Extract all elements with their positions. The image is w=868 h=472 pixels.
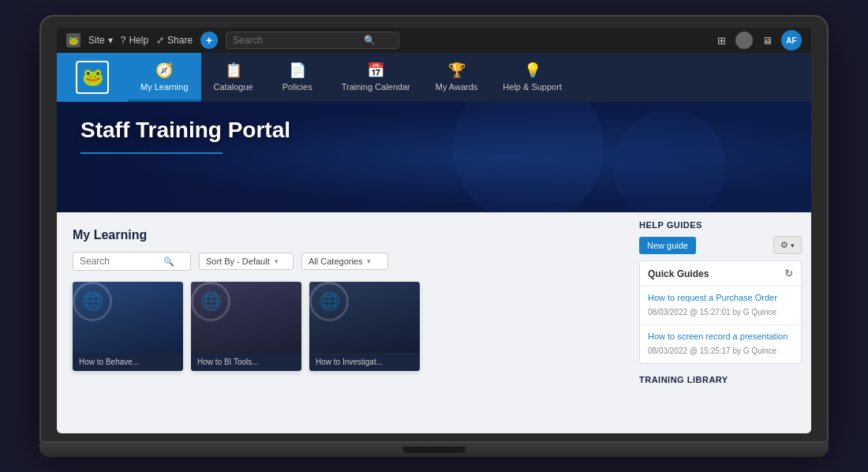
hero-title: Staff Training Portal: [80, 118, 788, 143]
category-label: All Categories: [309, 257, 362, 266]
new-guide-button[interactable]: New guide: [639, 237, 696, 254]
laptop-frame: 🐸 Site ▾ ? Help ⤢ Share +: [39, 15, 829, 457]
help-guides-actions: New guide ⚙ ▾: [639, 236, 802, 254]
card-label-1: How to Behave...: [73, 353, 183, 371]
nav-item-help-support[interactable]: 💡 Help & Support: [490, 53, 574, 102]
nav-item-my-awards[interactable]: 🏆 My Awards: [423, 53, 491, 102]
hero-section: Staff Training Portal: [57, 102, 811, 212]
help-icon: ?: [121, 35, 126, 46]
user-avatar[interactable]: [735, 32, 753, 49]
app-logo-icon[interactable]: 🐸: [66, 33, 80, 47]
card-thumb-1: 🌐: [73, 282, 183, 353]
global-search-input[interactable]: [233, 35, 359, 46]
guide-item-2: How to screen record a presentation 08/0…: [640, 325, 801, 363]
gear-settings-button[interactable]: ⚙ ▾: [773, 236, 802, 254]
help-label: Help: [129, 35, 148, 46]
guide-meta-2: 08/03/2022 @ 15:25:17 by G Quince: [648, 347, 776, 355]
help-guides-panel: HELP GUIDES New guide ⚙ ▾ Quick Guides ↻: [630, 212, 811, 433]
catalogue-icon: 📋: [225, 62, 242, 79]
help-link[interactable]: ? Help: [121, 35, 148, 46]
site-menu[interactable]: Site ▾: [88, 35, 113, 46]
monitor-icon[interactable]: 🖥: [759, 32, 775, 48]
course-card-2[interactable]: 🌐 How to BI Tools...: [191, 282, 301, 371]
nav-bar: 🐸 🧭 My Learning 📋 Catalogue 📄 Policies: [57, 53, 811, 102]
category-select[interactable]: All Categories ▾: [301, 253, 388, 270]
nav-item-catalogue[interactable]: 📋 Catalogue: [201, 53, 266, 102]
training-calendar-icon: 📅: [367, 62, 384, 79]
training-library-header: TRAINING LIBRARY: [639, 375, 802, 384]
sort-label: Sort By - Default: [206, 257, 270, 266]
learning-search-icon: 🔍: [163, 257, 174, 267]
course-cards-row: 🌐 How to Behave... 🌐 How to BI Tools...: [73, 282, 614, 371]
course-card-1[interactable]: 🌐 How to Behave...: [73, 282, 183, 371]
hero-content: Staff Training Portal: [57, 102, 811, 170]
share-icon: ⤢: [156, 35, 164, 46]
system-bar-right: ⊞ 🖥 AF: [713, 30, 802, 51]
logo-area: 🐸: [57, 53, 128, 102]
help-support-icon: 💡: [524, 62, 541, 79]
system-bar: 🐸 Site ▾ ? Help ⤢ Share +: [57, 28, 811, 53]
nav-training-calendar-label: Training Calendar: [342, 82, 410, 92]
global-search-icon: 🔍: [364, 35, 376, 46]
laptop-body: 🐸 Site ▾ ? Help ⤢ Share +: [39, 15, 829, 443]
gear-chevron-icon: ▾: [791, 242, 795, 249]
card-person-overlay-2: [191, 282, 301, 353]
gear-icon: ⚙: [780, 240, 788, 250]
nav-catalogue-label: Catalogue: [214, 82, 253, 92]
nav-item-training-calendar[interactable]: 📅 Training Calendar: [329, 53, 423, 102]
guide-link-2[interactable]: How to screen record a presentation: [648, 332, 793, 341]
my-learning-icon: 🧭: [155, 62, 173, 79]
nav-help-support-label: Help & Support: [503, 82, 562, 92]
sort-select[interactable]: Sort By - Default ▾: [199, 253, 294, 270]
course-card-3[interactable]: 🌐 How to Investigat...: [309, 282, 420, 371]
site-chevron-icon: ▾: [108, 35, 113, 46]
quick-guides-label: Quick Guides: [648, 268, 709, 279]
guide-item-1: How to request a Purchase Order 08/03/20…: [640, 287, 801, 325]
learning-search-input[interactable]: [80, 256, 159, 267]
nav-my-awards-label: My Awards: [436, 82, 478, 92]
learning-search-box: 🔍: [73, 252, 191, 271]
nav-item-my-learning[interactable]: 🧭 My Learning: [128, 53, 201, 102]
quick-guides-title-bar: Quick Guides ↻: [640, 261, 801, 287]
nav-items: 🧭 My Learning 📋 Catalogue 📄 Policies 📅 T…: [128, 53, 811, 102]
sort-chevron-icon: ▾: [275, 257, 279, 265]
site-label: Site: [88, 35, 105, 46]
grid-icon[interactable]: ⊞: [713, 32, 729, 48]
my-awards-icon: 🏆: [448, 62, 466, 79]
help-guides-header: HELP GUIDES: [639, 220, 802, 230]
laptop-notch: [402, 447, 466, 453]
category-chevron-icon: ▾: [367, 257, 371, 265]
card-person-overlay: [73, 282, 183, 353]
card-thumb-3: 🌐: [309, 282, 420, 353]
guide-meta-1: 08/03/2022 @ 15:27:01 by G Quince: [648, 308, 776, 317]
plus-button[interactable]: +: [200, 32, 218, 49]
refresh-icon[interactable]: ↻: [784, 268, 793, 279]
card-person-overlay-3: [309, 282, 420, 353]
share-link[interactable]: ⤢ Share: [156, 35, 193, 46]
user-initials-badge[interactable]: AF: [781, 30, 802, 51]
card-thumb-2: 🌐: [191, 282, 301, 353]
guide-link-1[interactable]: How to request a Purchase Order: [648, 293, 793, 302]
card-label-2: How to BI Tools...: [191, 353, 301, 371]
laptop-base: [39, 443, 829, 457]
app-logo: 🐸: [76, 61, 109, 94]
policies-icon: 📄: [289, 62, 306, 79]
section-title: My Learning: [73, 228, 614, 242]
search-filter-row: 🔍 Sort By - Default ▾ All Categories ▾: [73, 252, 614, 271]
nav-item-policies[interactable]: 📄 Policies: [266, 53, 329, 102]
system-bar-left: 🐸 Site ▾ ? Help ⤢ Share +: [66, 32, 704, 49]
quick-guides-box: Quick Guides ↻ How to request a Purchase…: [639, 260, 802, 364]
global-search-bar: 🔍: [226, 32, 399, 49]
hero-divider: [80, 152, 223, 154]
card-label-3: How to Investigat...: [309, 353, 420, 371]
nav-my-learning-label: My Learning: [140, 82, 189, 92]
nav-policies-label: Policies: [282, 82, 312, 92]
screen: 🐸 Site ▾ ? Help ⤢ Share +: [57, 28, 811, 433]
my-learning-section: My Learning 🔍 Sort By - Default ▾ All Ca…: [57, 212, 630, 433]
main-content: My Learning 🔍 Sort By - Default ▾ All Ca…: [57, 212, 811, 433]
share-label: Share: [167, 35, 193, 46]
